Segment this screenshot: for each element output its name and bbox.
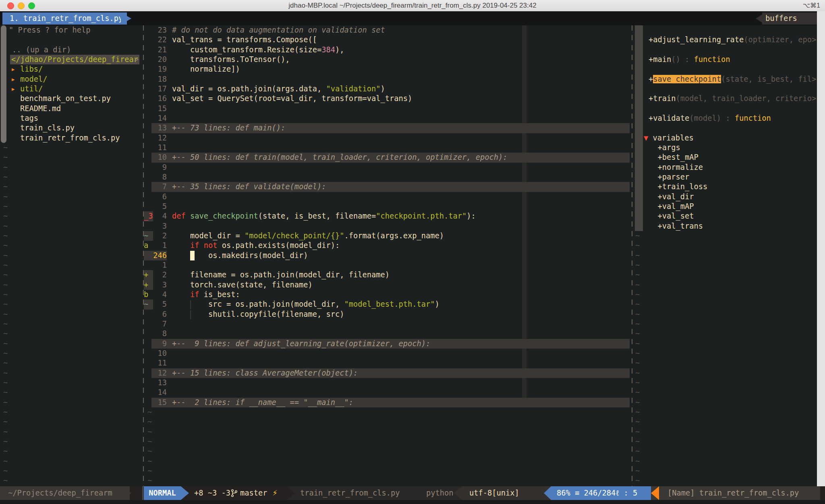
tagbar-tag[interactable]: +adjust_learning_rate(optimizer, epo> [632, 35, 825, 45]
empty-line-tilde: ~ [0, 358, 143, 368]
editor-scrollbar-thumb[interactable] [635, 25, 643, 231]
code-line[interactable]: 13 [143, 378, 632, 388]
code-line[interactable]: a1 if not os.path.exists(model_dir): [143, 241, 632, 250]
code-line[interactable]: 14 [143, 114, 632, 123]
empty-line-tilde: ~ [0, 143, 143, 153]
code-line[interactable]: b4 if is_best: [143, 290, 632, 300]
nerdtree-panel[interactable]: " Press ? for help.. (up a dir)</jdhao/P… [0, 25, 143, 486]
line-number: 11 [149, 358, 167, 368]
line-number: 21 [149, 45, 167, 55]
filetype-indicator: python [426, 486, 454, 500]
empty-line-tilde: ~ [632, 476, 825, 485]
empty-line-tilde: ~ [632, 378, 825, 388]
tab-arrow-icon [121, 12, 131, 25]
tagbar-tag[interactable]: +best_mAP [632, 153, 825, 162]
nerdtree-dir-util[interactable]: ▸util/ [0, 84, 143, 94]
line-number: 15 [149, 104, 167, 114]
line-number: 2 [149, 270, 167, 280]
tagbar-tag[interactable]: +train(model, train_loader, criterio> [632, 94, 825, 103]
empty-line-tilde: ~ [0, 368, 143, 378]
code-line[interactable]: _34def save_checkpoint(state, is_best, f… [143, 211, 632, 221]
empty-line-tilde: ~ [632, 349, 825, 358]
code-line[interactable]: 17val_dir = os.path.join(args.data, "val… [143, 84, 632, 94]
nerdtree-dir-model[interactable]: ▸model/ [0, 74, 143, 84]
nerdtree-file-train_clspy[interactable]: train_cls.py [0, 123, 143, 133]
nerdtree-file-train_retr_from_clspy[interactable]: train_retr_from_cls.py [0, 133, 143, 143]
tagbar-tag[interactable]: +normalize [632, 163, 825, 172]
code-line[interactable]: 20 transforms.ToTensor(), [143, 55, 632, 64]
code-fold-line[interactable]: 10+-- 50 lines: def train(model, train_l… [143, 153, 632, 162]
editor-panel[interactable]: 23# do not do data augmentation on valid… [143, 25, 632, 486]
code-line[interactable]: 9 [143, 163, 632, 172]
code-line[interactable]: 18 [143, 74, 632, 84]
tagbar-tag[interactable]: +main() : function [632, 55, 825, 64]
code-line[interactable]: 5 [143, 202, 632, 211]
empty-line-tilde: ~ [143, 437, 632, 446]
tagbar-panel[interactable]: +adjust_learning_rate(optimizer, epo>+ma… [632, 25, 825, 486]
terminal-window: jdhao-MBP.local ~/Projects/deep_firearm/… [0, 0, 825, 504]
tagbar-tag[interactable]: +val_mAP [632, 202, 825, 211]
empty-line-tilde: ~ [632, 339, 825, 349]
code-line[interactable]: 21 custom_transform.Resize(size=384), [143, 45, 632, 55]
code-line[interactable]: 19 normalize]) [143, 64, 632, 74]
tagbar-section-variables[interactable]: ▼ variables [632, 133, 825, 143]
tagbar-tag[interactable]: +val_dir [632, 192, 825, 202]
empty-line-tilde: ~ [0, 270, 143, 280]
powerline-arrow-icon [287, 486, 295, 500]
code-line[interactable]: 6 [143, 192, 632, 202]
line-number: 11 [149, 143, 167, 153]
code-line[interactable]: 1 [143, 260, 632, 270]
code-line[interactable]: 3 [143, 221, 632, 231]
tagbar-tag[interactable]: +parser [632, 172, 825, 182]
code-fold-line[interactable]: 13+-- 73 lines: def main(): [143, 123, 632, 133]
code-line[interactable]: 12 [143, 133, 632, 143]
nerdtree-dir-libs[interactable]: ▸libs/ [0, 64, 143, 74]
empty-line-tilde: ~ [0, 378, 143, 388]
tagbar-tag[interactable]: +val_trans [632, 221, 825, 231]
code-fold-line[interactable]: 15+-- 2 lines: if __name__ == "__main__"… [143, 398, 632, 407]
tagbar-tag[interactable]: +val_set [632, 211, 825, 221]
empty-line-tilde: ~ [0, 407, 143, 417]
code-line[interactable]: 10 [143, 349, 632, 358]
code-line[interactable]: +2 filename = os.path.join(model_dir, fi… [143, 270, 632, 280]
code-line[interactable]: +3 torch.save(state, filename) [143, 280, 632, 290]
tab-train-retr-from-cls[interactable]: 1. train_retr_from_cls.py [2, 12, 127, 25]
tagbar-tag[interactable]: +validate(model) : function [632, 114, 825, 123]
tagbar-tag[interactable]: +save_checkpoint(state, is_best, fil> [632, 74, 825, 84]
empty-line-tilde: ~ [143, 456, 632, 466]
code-line[interactable]: ~2 model_dir = "model/check_point/{}".fo… [143, 231, 632, 241]
empty-line-tilde: ~ [0, 476, 143, 485]
tagbar-tag[interactable]: +args [632, 143, 825, 153]
code-fold-line[interactable]: 7+-- 35 lines: def validate(model): [143, 182, 632, 192]
tagbar-tag[interactable]: +train_loss [632, 182, 825, 192]
code-line[interactable]: 11 [143, 143, 632, 153]
nerdtree-root-selected[interactable]: </jdhao/Projects/deep_firear> [0, 55, 143, 64]
empty-line-tilde: ~ [632, 446, 825, 456]
code-line[interactable]: 7 [143, 319, 632, 329]
code-line[interactable]: 11 [143, 358, 632, 368]
code-fold-line[interactable]: 12+-- 15 lines: class AverageMeter(objec… [143, 368, 632, 378]
nerdtree-up-dir[interactable]: .. (up a dir) [0, 45, 143, 55]
nerdtree-file-tags[interactable]: tags [0, 114, 143, 123]
nerdtree-scrollbar[interactable] [1, 25, 6, 143]
code-line[interactable]: 8 [143, 329, 632, 339]
nerdtree-file-READMEmd[interactable]: README.md [0, 104, 143, 114]
nerdtree-file-benchmark_on_testpy[interactable]: benchmark_on_test.py [0, 94, 143, 103]
code-line[interactable]: 22val_trans = transforms.Compose([ [143, 35, 632, 45]
code-fold-line[interactable]: 9+-- 9 lines: def adjust_learning_rate(o… [143, 339, 632, 349]
line-number: 7 [149, 319, 167, 329]
code-line[interactable]: 23# do not do data augmentation on valid… [143, 25, 632, 35]
code-line[interactable]: 16val_set = QuerySet(root=val_dir, trans… [143, 94, 632, 103]
line-number: 12 [149, 133, 167, 143]
code-line[interactable]: 15 [143, 104, 632, 114]
command-line[interactable] [0, 500, 825, 504]
empty-line-tilde: ~ [632, 456, 825, 466]
code-line[interactable]: ~5 src = os.path.join(model_dir, "model_… [143, 300, 632, 309]
code-line[interactable]: 8 [143, 172, 632, 182]
right-scrollbar-track[interactable] [817, 11, 825, 504]
empty-line-tilde: ~ [0, 300, 143, 309]
code-line[interactable]: 6 shutil.copyfile(filename, src) [143, 310, 632, 319]
code-line[interactable]: 14 [143, 388, 632, 397]
empty-line-tilde: ~ [0, 231, 143, 241]
code-cursor-line[interactable]: 246 os.makedirs(model_dir) [143, 251, 632, 260]
